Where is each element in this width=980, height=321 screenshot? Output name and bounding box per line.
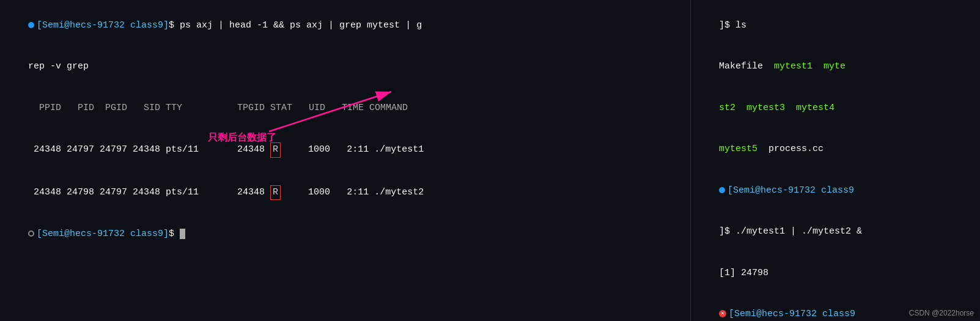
- stat-box-1: R: [270, 142, 281, 158]
- file-list-1: Makefile mytest1 myte: [697, 46, 974, 88]
- mytest1-file: mytest1 myte: [774, 61, 846, 72]
- dot-blue-1: [28, 22, 34, 28]
- files-green-2: st2 mytest3 mytest4: [719, 103, 834, 113]
- cmd-cont: rep -v grep: [28, 61, 89, 72]
- prompt-empty: [Semi@hecs-91732 class9]: [37, 229, 169, 239]
- dot-red-1: ✕: [719, 310, 726, 317]
- row1-data: 24348 24797 24797 24348 pts/11 24348: [28, 144, 270, 155]
- prompt-1: [Semi@hecs-91732 class9]: [37, 20, 169, 31]
- cmd-1: $ ps axj | head -1 && ps axj | grep myte…: [169, 20, 422, 31]
- cursor-left: [180, 229, 185, 239]
- ls-cmd: ]$ ls: [719, 20, 746, 31]
- job-info: [1] 24798: [719, 268, 768, 278]
- dot-blue-2: [719, 187, 725, 193]
- process-cc: process.cc: [757, 144, 823, 154]
- dollar-empty: $: [169, 229, 180, 239]
- row2-data2: 1000 2:11 ./mytest2: [281, 187, 424, 197]
- mytest5-file: mytest5: [719, 144, 757, 154]
- row1-data2: 1000 2:11 ./mytest1: [281, 144, 424, 155]
- ps-header: PPID PID PGID SID TTY TPGID STAT UID TIM…: [6, 87, 684, 129]
- file-list-2: st2 mytest3 mytest4: [697, 87, 974, 129]
- prompt-3: [Semi@hecs-91732 class9: [729, 309, 855, 319]
- ps-row-2: 24348 24798 24797 24348 pts/11 24348 R 1…: [6, 171, 684, 214]
- command-line-2: rep -v grep: [6, 46, 684, 88]
- makefile: Makefile: [719, 61, 774, 72]
- row2-data: 24348 24798 24797 24348 pts/11 24348: [28, 187, 270, 197]
- dot-gray-1: [28, 231, 34, 237]
- mytest12-line-1: [Semi@hecs-91732 class9: [697, 170, 974, 212]
- ls-line: ]$ ls: [697, 5, 974, 46]
- stat-box-2: R: [270, 185, 281, 201]
- terminal-left: [Semi@hecs-91732 class9]$ ps axj | head …: [0, 0, 691, 321]
- header-text: PPID PID PGID SID TTY TPGID STAT UID TIM…: [28, 103, 408, 113]
- mytest12-cmd: ]$ ./mytest1 | ./mytest2 &: [719, 226, 862, 237]
- prompt-2: [Semi@hecs-91732 class9: [728, 185, 854, 196]
- file-list-3: mytest5 process.cc: [697, 129, 974, 171]
- terminal-right: ]$ ls Makefile mytest1 myte st2 mytest3 …: [691, 0, 980, 321]
- job-info-line: [1] 24798: [697, 253, 974, 294]
- command-line-1: [Semi@hecs-91732 class9]$ ps axj | head …: [6, 5, 684, 46]
- empty-prompt-left: [Semi@hecs-91732 class9]$: [6, 214, 684, 256]
- watermark: CSDN @2022horse: [909, 309, 974, 317]
- ps-row-1: 24348 24797 24797 24348 pts/11 24348 R 1…: [6, 129, 684, 172]
- mytest12-line-2: ]$ ./mytest1 | ./mytest2 &: [697, 212, 974, 253]
